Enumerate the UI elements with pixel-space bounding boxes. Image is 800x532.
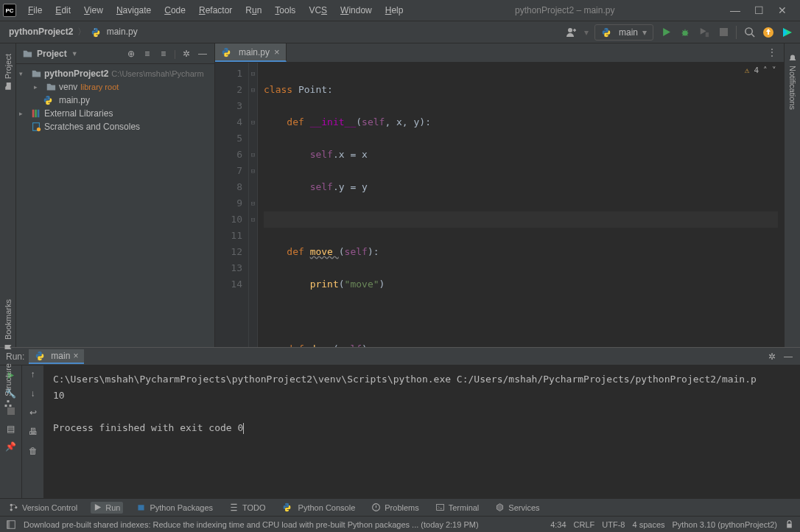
collapse-all-button[interactable]: ≡ [158, 48, 169, 60]
up-icon[interactable]: ↑ [27, 368, 39, 380]
editor-inspection-status[interactable]: ⚠ 4 ˄ ˅ [745, 66, 776, 75]
search-everywhere-button[interactable] [743, 26, 756, 39]
editor-tab-main[interactable]: main.py × [215, 43, 287, 62]
menu-help[interactable]: Help [379, 2, 410, 18]
run-coverage-button[interactable] [698, 26, 711, 39]
svg-rect-9 [38, 110, 40, 118]
run-toolbar-right: ↑ ↓ ↩ 🖶 🗑 [22, 365, 44, 498]
menu-run[interactable]: Run [239, 2, 267, 18]
menu-refactor[interactable]: Refactor [193, 2, 238, 18]
status-encoding[interactable]: UTF-8 [602, 520, 625, 529]
close-tab-button[interactable]: × [73, 351, 78, 361]
svg-rect-7 [32, 110, 35, 118]
chevron-right-icon[interactable]: ▸ [19, 110, 28, 117]
status-message[interactable]: Download pre-built shared indexes: Reduc… [24, 520, 543, 529]
wrap-icon[interactable]: ↩ [27, 407, 39, 419]
status-line-sep[interactable]: CRLF [574, 520, 595, 529]
menu-view[interactable]: View [78, 2, 109, 18]
print-icon[interactable]: 🖶 [27, 426, 39, 438]
stop-button[interactable] [717, 26, 730, 39]
tab-python-console[interactable]: Python Console [279, 501, 359, 514]
tab-version-control[interactable]: Version Control [6, 501, 80, 514]
svg-point-5 [745, 28, 751, 35]
tree-main-file[interactable]: main.py [16, 94, 214, 107]
tab-services[interactable]: Services [492, 501, 542, 514]
minimize-button[interactable]: — [729, 4, 741, 16]
python-file-icon [91, 27, 101, 38]
run-tab-main[interactable]: main × [29, 349, 84, 364]
tab-run[interactable]: Run [91, 502, 123, 514]
chevron-down-icon[interactable]: ▼ [71, 50, 78, 57]
fold-icon[interactable]: ⊟ [249, 195, 257, 211]
folder-icon [46, 82, 56, 92]
menu-edit[interactable]: Edit [49, 2, 77, 18]
menu-vcs[interactable]: VCS [303, 2, 333, 18]
ide-settings-button[interactable] [781, 26, 794, 39]
code-content[interactable]: class Point: def __init__(self, x, y): s… [258, 63, 784, 347]
settings-icon[interactable]: ✲ [180, 48, 192, 60]
trash-icon[interactable]: 🗑 [27, 445, 39, 457]
console-output[interactable]: C:\Users\mshah\PycharmProjects\pythonPro… [44, 365, 800, 498]
tab-python-packages[interactable]: Python Packages [133, 501, 216, 514]
editor-area: main.py × ⋮ ⚠ 4 ˄ ˅ 1234567891011121314 … [215, 43, 784, 347]
chevron-up-icon[interactable]: ˄ [763, 66, 768, 75]
fold-end-icon[interactable]: ⊟ [249, 163, 257, 179]
tree-scratches[interactable]: Scratches and Consoles [16, 120, 214, 133]
chevron-down-icon[interactable]: ▾ [19, 70, 28, 77]
fold-icon[interactable]: ⊟ [249, 66, 257, 82]
menu-tools[interactable]: Tools [269, 2, 301, 18]
fold-icon[interactable]: ⊟ [249, 82, 257, 98]
svg-point-1 [97, 35, 98, 36]
code-editor[interactable]: ⚠ 4 ˄ ˅ 1234567891011121314 ⊟ ⊟ ⊟ ⊟ ⊟ ⊟ … [215, 63, 784, 347]
side-tab-bookmarks[interactable]: Bookmarks [2, 295, 14, 356]
breadcrumb-file[interactable]: main.py [88, 25, 140, 39]
tree-venv-folder[interactable]: ▸ venv library root [16, 80, 214, 94]
svg-rect-8 [35, 110, 37, 118]
close-button[interactable]: ✕ [776, 4, 788, 16]
expand-all-button[interactable]: ≡ [141, 48, 153, 60]
side-tab-project[interactable]: Project [2, 49, 14, 95]
tool-windows-button[interactable] [6, 519, 16, 530]
fold-end-icon[interactable]: ⊟ [249, 114, 257, 130]
pin-icon[interactable]: 📌 [5, 441, 17, 452]
status-indent[interactable]: 4 spaces [632, 520, 664, 529]
svg-point-11 [37, 127, 41, 131]
fold-icon[interactable]: ⊟ [249, 147, 257, 163]
svg-rect-22 [7, 520, 10, 528]
breadcrumb-project[interactable]: pythonProject2 [6, 25, 76, 38]
select-opened-file-button[interactable]: ⊕ [125, 48, 137, 60]
down-icon[interactable]: ↓ [27, 388, 39, 399]
debug-button[interactable] [678, 26, 692, 39]
close-tab-button[interactable]: × [274, 46, 280, 57]
status-interpreter[interactable]: Python 3.10 (pythonProject2) [673, 520, 777, 529]
svg-rect-20 [436, 504, 443, 510]
run-config-selector[interactable]: main ▾ [594, 24, 653, 41]
lock-icon[interactable] [785, 519, 794, 529]
maximize-button[interactable]: ☐ [753, 4, 765, 16]
menu-code[interactable]: Code [158, 2, 192, 18]
tab-todo[interactable]: TODO [226, 501, 269, 514]
add-user-icon[interactable] [565, 26, 578, 39]
editor-more-icon[interactable]: ⋮ [766, 46, 778, 58]
tree-external-libraries[interactable]: ▸ External Libraries [16, 107, 214, 120]
libraries-icon [31, 108, 41, 119]
tab-problems[interactable]: Problems [368, 501, 421, 514]
chevron-down-icon[interactable]: ˅ [772, 66, 776, 75]
tree-project-root[interactable]: ▾ pythonProject2 C:\Users\mshah\Pycharm [16, 67, 214, 80]
menu-navigate[interactable]: Navigate [110, 2, 157, 18]
update-button[interactable] [762, 26, 775, 39]
chevron-right-icon[interactable]: ▸ [34, 83, 43, 91]
hide-button[interactable]: — [197, 48, 208, 60]
side-tab-structure[interactable]: Structure [2, 359, 14, 413]
tab-terminal[interactable]: Terminal [432, 501, 483, 514]
status-caret-pos[interactable]: 4:34 [550, 520, 566, 529]
fold-end-icon[interactable]: ⊟ [249, 211, 257, 228]
menu-window[interactable]: Window [334, 2, 378, 18]
chevron-right-icon: 〉 [77, 26, 86, 38]
layout-icon[interactable]: ▤ [5, 423, 17, 435]
side-tab-notifications[interactable]: Notifications [787, 49, 799, 114]
run-button[interactable] [659, 26, 673, 39]
menu-file[interactable]: File [22, 2, 48, 18]
gear-icon[interactable]: ✲ [766, 351, 778, 363]
hide-button[interactable]: — [782, 351, 794, 363]
